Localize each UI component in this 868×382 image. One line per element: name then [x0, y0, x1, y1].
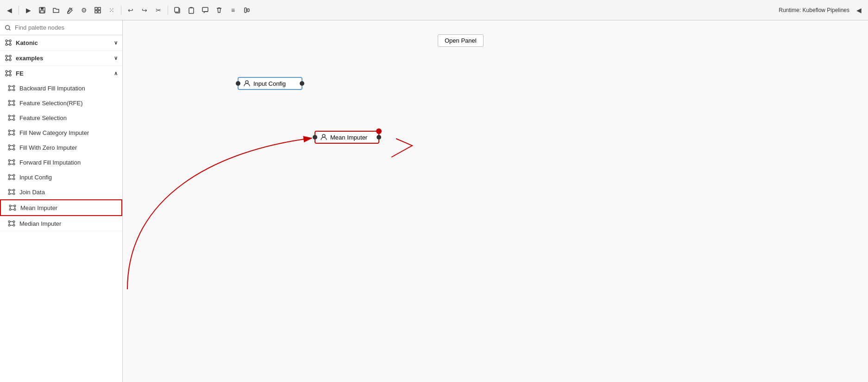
- pipeline-canvas[interactable]: Open Panel Input Config Mean Imputer: [123, 20, 868, 382]
- redo-icon[interactable]: ↪: [139, 5, 150, 16]
- save-icon[interactable]: [37, 5, 48, 16]
- play-icon[interactable]: ▶: [23, 5, 34, 16]
- collapse-panel-icon[interactable]: ◀: [853, 5, 864, 16]
- svg-rect-2: [40, 11, 44, 13]
- mean-imputer-icon: [8, 204, 17, 212]
- svg-point-33: [6, 74, 7, 76]
- undo-icon[interactable]: ↩: [125, 5, 136, 16]
- mean-imputer-node[interactable]: Mean Imputer: [314, 131, 379, 144]
- sidebar-item-feature-selection[interactable]: Feature Selection: [0, 110, 122, 125]
- svg-point-103: [9, 205, 11, 207]
- align-icon[interactable]: ≡: [227, 5, 239, 16]
- sidebar-item-median-imputer[interactable]: Median Imputer: [0, 216, 122, 231]
- input-config-icon: [7, 173, 16, 181]
- svg-point-50: [13, 104, 15, 106]
- sidebar-section-header-examples[interactable]: examples ∨: [0, 51, 122, 65]
- feature-selection-rfe-label: Feature Selection(RFE): [19, 100, 83, 107]
- mean-imputer-left-port[interactable]: [313, 135, 317, 140]
- separator-1: [19, 6, 19, 15]
- nodes-icon[interactable]: ⁙: [106, 5, 117, 16]
- comment-icon[interactable]: [200, 5, 211, 16]
- mean-imputer-label: Mean Imputer: [20, 204, 57, 211]
- search-input[interactable]: [15, 24, 118, 31]
- sidebar-item-mean-imputer[interactable]: Mean Imputer: [0, 199, 122, 216]
- svg-point-32: [9, 70, 11, 72]
- open-file-icon[interactable]: [50, 5, 62, 16]
- svg-point-80: [13, 159, 15, 161]
- input-config-node[interactable]: Input Config: [238, 77, 302, 90]
- input-config-left-port[interactable]: [236, 81, 240, 86]
- svg-point-119: [245, 81, 248, 83]
- sidebar-item-feature-selection-rfe[interactable]: Feature Selection(RFE): [0, 96, 122, 110]
- svg-point-24: [9, 55, 11, 57]
- fe-chevron: ∧: [114, 70, 118, 76]
- connection-arrow: [123, 20, 868, 382]
- svg-point-73: [8, 148, 10, 150]
- backward-fill-label: Backward Fill Imputation: [19, 85, 85, 92]
- mean-imputer-node-icon: [320, 134, 327, 141]
- copy-icon[interactable]: [172, 5, 183, 16]
- svg-line-14: [9, 29, 10, 30]
- backward-fill-icon: [7, 84, 16, 92]
- svg-point-97: [8, 193, 10, 195]
- sidebar-section-header-katonic[interactable]: Katonic ∨: [0, 35, 122, 50]
- svg-point-63: [8, 130, 10, 132]
- sidebar-section-fe: FE ∧ Backward Fill Imputation: [0, 66, 122, 231]
- svg-rect-5: [95, 11, 97, 13]
- fill-new-category-label: Fill New Category Imputer: [19, 129, 89, 136]
- svg-point-89: [8, 178, 10, 180]
- svg-point-58: [13, 119, 15, 121]
- delete-icon[interactable]: [214, 5, 225, 16]
- svg-point-105: [9, 209, 11, 210]
- sidebar-section-header-fe[interactable]: FE ∧: [0, 66, 122, 81]
- svg-point-55: [8, 115, 10, 117]
- svg-rect-8: [175, 7, 179, 12]
- svg-point-57: [8, 119, 10, 121]
- feature-selection-label: Feature Selection: [19, 115, 67, 121]
- feature-selection-rfe-icon: [7, 99, 16, 107]
- svg-point-23: [6, 55, 7, 57]
- forward-fill-label: Forward Fill Imputation: [19, 159, 81, 166]
- svg-point-82: [13, 163, 15, 165]
- search-icon: [5, 25, 11, 31]
- main-area: Katonic ∨ examples ∨: [0, 20, 868, 382]
- sidebar-item-fill-zero[interactable]: Fill With Zero Imputer: [0, 140, 122, 155]
- runtime-info: Runtime: Kubeflow Pipelines ◀: [779, 5, 864, 16]
- sidebar-item-fill-new-category[interactable]: Fill New Category Imputer: [0, 125, 122, 140]
- sidebar-item-join-data[interactable]: Join Data: [0, 185, 122, 199]
- join-data-icon: [7, 188, 16, 196]
- runtime-label: Runtime: Kubeflow Pipelines: [779, 7, 849, 13]
- svg-point-72: [13, 145, 15, 146]
- svg-point-79: [8, 159, 10, 161]
- sidebar-section-examples: examples ∨: [0, 51, 122, 66]
- svg-rect-4: [98, 7, 101, 10]
- distribute-icon[interactable]: [241, 5, 252, 16]
- settings-icon[interactable]: ⚙: [78, 5, 89, 16]
- katonic-section-icon: [5, 39, 12, 46]
- svg-point-40: [13, 85, 15, 87]
- median-imputer-label: Median Imputer: [19, 220, 61, 227]
- fe-section-icon: [5, 70, 12, 77]
- fill-zero-label: Fill With Zero Imputer: [19, 144, 77, 151]
- cut-icon[interactable]: ✂: [153, 5, 164, 16]
- mean-imputer-right-port[interactable]: [377, 135, 381, 140]
- sidebar-item-input-config[interactable]: Input Config: [0, 170, 122, 185]
- svg-rect-3: [95, 7, 97, 10]
- clipboard-icon[interactable]: [186, 5, 197, 16]
- svg-point-49: [8, 104, 10, 106]
- sidebar-item-forward-fill[interactable]: Forward Fill Imputation: [0, 155, 122, 170]
- input-config-right-port[interactable]: [300, 81, 304, 86]
- svg-point-47: [8, 100, 10, 102]
- grid-icon[interactable]: [92, 5, 103, 16]
- back-icon[interactable]: ◀: [4, 5, 15, 16]
- svg-point-41: [8, 89, 10, 91]
- separator-2: [121, 6, 121, 15]
- open-panel-button[interactable]: Open Panel: [438, 34, 484, 47]
- sidebar-item-backward-fill[interactable]: Backward Fill Imputation: [0, 81, 122, 96]
- forward-fill-icon: [7, 158, 16, 166]
- fill-zero-icon: [7, 143, 16, 152]
- svg-point-71: [8, 145, 10, 146]
- svg-point-66: [13, 134, 15, 135]
- svg-point-25: [6, 59, 7, 61]
- clear-icon[interactable]: [64, 5, 75, 16]
